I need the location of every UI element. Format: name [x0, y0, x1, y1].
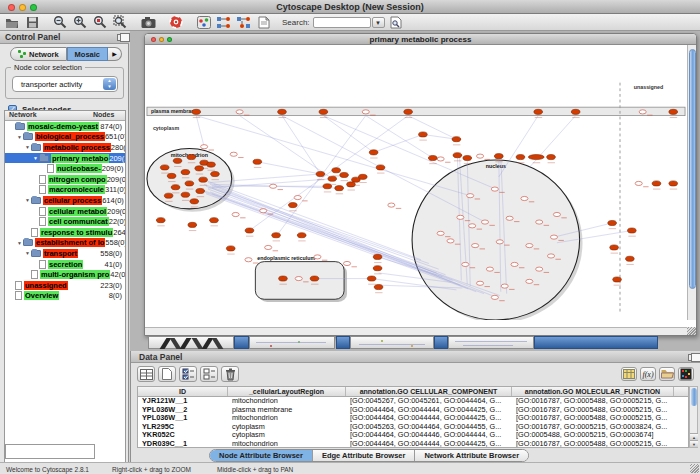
- network-node[interactable]: [323, 184, 332, 189]
- network-node[interactable]: [226, 246, 235, 251]
- network-node[interactable]: [181, 170, 190, 175]
- network-node[interactable]: [319, 109, 328, 114]
- network-node[interactable]: [610, 245, 619, 250]
- window-fragment-logo[interactable]: [148, 336, 234, 349]
- expand-triangle-icon[interactable]: ▼: [16, 134, 23, 140]
- annotation-icon[interactable]: [256, 15, 272, 30]
- network-node[interactable]: [160, 165, 169, 170]
- network-node[interactable]: [347, 182, 356, 187]
- table-row[interactable]: YKR052Ccytoplasm[GO:0044464, GO:0044446,…: [138, 431, 688, 440]
- network-node[interactable]: [207, 162, 216, 167]
- network-node[interactable]: [367, 276, 376, 281]
- network-node[interactable]: [452, 137, 461, 142]
- table-row[interactable]: YPL036W__1mitochondrion[GO:0044464, GO:0…: [138, 414, 688, 423]
- search-input[interactable]: [313, 17, 371, 28]
- network-node[interactable]: [635, 181, 642, 185]
- network-node[interactable]: [652, 181, 661, 186]
- network-node[interactable]: [526, 279, 533, 283]
- network-node[interactable]: [294, 195, 301, 199]
- table-row[interactable]: YLR295Ccytoplasm[GO:0045263, GO:0044464,…: [138, 423, 688, 432]
- network-node[interactable]: [195, 166, 204, 171]
- network-node[interactable]: [428, 155, 437, 160]
- network-frame-titlebar[interactable]: primary metabolic process: [145, 34, 696, 45]
- frame-zoom-button[interactable]: [167, 37, 172, 42]
- network-vertical-scrollbar[interactable]: [687, 45, 696, 320]
- scroll-down-icon[interactable]: ▼: [690, 440, 698, 447]
- close-window-button[interactable]: [8, 4, 15, 11]
- network-node[interactable]: [521, 196, 528, 200]
- network-frame-resize-grip[interactable]: [687, 327, 696, 335]
- float-panel-icon[interactable]: [688, 354, 696, 361]
- zoom-window-button[interactable]: [30, 4, 37, 11]
- tree-row[interactable]: nitrogen compo209(0): [5, 174, 125, 185]
- tree-row[interactable]: ▼primary metabo209(...: [5, 153, 125, 164]
- network-node[interactable]: [288, 203, 297, 208]
- network-node[interactable]: [404, 109, 413, 114]
- expand-triangle-icon[interactable]: ▼: [24, 250, 31, 256]
- expand-triangle-icon[interactable]: ▼: [24, 144, 31, 150]
- network-node[interactable]: [373, 266, 382, 271]
- network-node[interactable]: [447, 239, 454, 243]
- network-node[interactable]: [437, 157, 444, 161]
- network-node[interactable]: [526, 244, 533, 248]
- network-node[interactable]: [534, 109, 543, 114]
- attribute-table-scrollbar[interactable]: ▲ ▼: [689, 386, 698, 448]
- attribute-batch-icon[interactable]: [621, 367, 637, 381]
- tree-column-network[interactable]: Network: [5, 111, 93, 120]
- network-node[interactable]: [278, 109, 287, 114]
- network-node[interactable]: [571, 109, 580, 114]
- network-node[interactable]: [467, 194, 474, 198]
- network-node[interactable]: [536, 267, 543, 271]
- network-canvas[interactable]: plasma membranecytoplasmmitochondrionnuc…: [145, 45, 688, 320]
- table-column-header[interactable]: annotation.GO MOLECULAR_FUNCTION: [512, 387, 674, 396]
- network-node[interactable]: [486, 267, 493, 271]
- network-node[interactable]: [547, 254, 554, 258]
- network-node[interactable]: [419, 132, 428, 137]
- network-node[interactable]: [236, 110, 243, 114]
- network-overlay-icon[interactable]: [236, 15, 252, 30]
- network-node[interactable]: [328, 176, 337, 181]
- vizmapper-icon[interactable]: [196, 15, 212, 30]
- table-column-header[interactable]: _cellularLayoutRegion: [228, 387, 346, 396]
- search-options-icon[interactable]: [389, 15, 405, 30]
- network-node[interactable]: [295, 276, 302, 280]
- network-node[interactable]: [472, 244, 479, 248]
- network-node[interactable]: [491, 187, 498, 191]
- import-attributes-icon[interactable]: [659, 367, 675, 381]
- network-node[interactable]: [171, 185, 180, 190]
- tree-row[interactable]: nucleobase-209(0): [5, 163, 125, 174]
- network-node[interactable]: [190, 199, 199, 204]
- network-node[interactable]: [501, 284, 508, 288]
- expand-triangle-icon[interactable]: ▼: [32, 155, 39, 161]
- network-node[interactable]: [613, 277, 622, 282]
- save-icon[interactable]: [24, 15, 40, 30]
- network-node[interactable]: [463, 155, 472, 160]
- network-node[interactable]: [669, 181, 678, 186]
- network-frame[interactable]: primary metabolic process plasma membran…: [144, 33, 697, 336]
- network-node[interactable]: [536, 220, 543, 224]
- network-node[interactable]: [462, 262, 469, 266]
- network-node[interactable]: [167, 173, 176, 178]
- window-fragment-thumbnail[interactable]: [350, 336, 434, 349]
- network-node[interactable]: [373, 254, 382, 259]
- table-row[interactable]: YJR121W__1mitochondrion[GO:0045267, GO:0…: [138, 397, 688, 406]
- network-node[interactable]: [437, 231, 444, 235]
- network-node[interactable]: [260, 209, 267, 213]
- network-node[interactable]: [211, 171, 220, 176]
- tree-filter-box[interactable]: [5, 444, 95, 459]
- network-node[interactable]: [481, 220, 488, 224]
- network-node[interactable]: [469, 224, 476, 228]
- tab-edge-attribute-browser[interactable]: Edge Attribute Browser: [313, 450, 415, 461]
- zoom-fit-icon[interactable]: [112, 15, 128, 30]
- tree-column-nodes[interactable]: Nodes: [93, 111, 125, 120]
- network-node[interactable]: [297, 233, 306, 238]
- network-node[interactable]: [279, 276, 288, 281]
- network-node[interactable]: [550, 235, 557, 239]
- tree-row[interactable]: cell communicat22(0): [5, 216, 125, 227]
- network-node[interactable]: [340, 172, 349, 177]
- network-node[interactable]: [316, 171, 325, 176]
- table-column-header[interactable]: ID: [138, 387, 228, 396]
- network-node[interactable]: [477, 154, 484, 158]
- network-node[interactable]: [314, 255, 321, 259]
- tree-row[interactable]: secretion41(0): [5, 259, 125, 270]
